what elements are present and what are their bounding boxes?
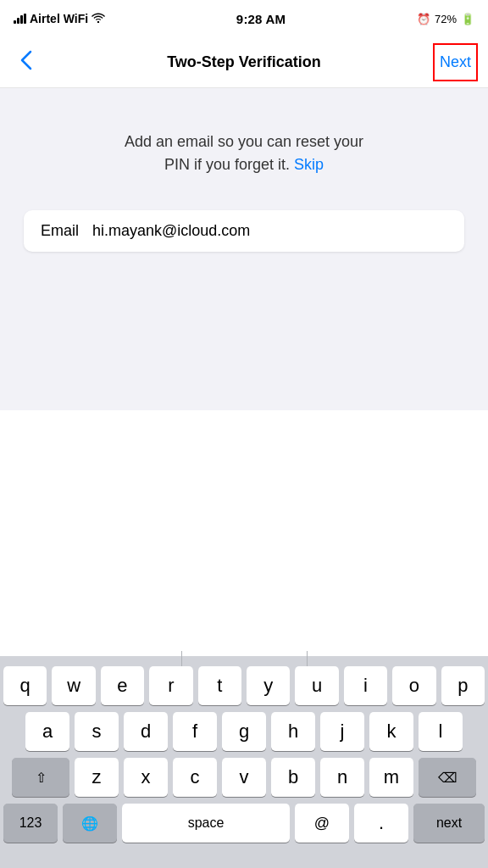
space-key[interactable]: space: [122, 804, 289, 843]
battery-percent: 72%: [435, 13, 457, 25]
keyboard-row-1: q w e r t y u i o p: [3, 666, 485, 705]
key-f[interactable]: f: [173, 712, 217, 751]
key-h[interactable]: h: [271, 712, 315, 751]
email-input-container[interactable]: Email: [24, 210, 464, 252]
keyboard-bottom-row: 123 🌐 space @ . next: [0, 804, 488, 843]
key-k[interactable]: k: [369, 712, 413, 751]
back-button[interactable]: [14, 43, 39, 82]
dot-key[interactable]: .: [354, 804, 408, 843]
email-label: Email: [41, 222, 79, 240]
key-n[interactable]: n: [320, 758, 364, 797]
key-i[interactable]: i: [344, 666, 387, 705]
shift-icon: ⇧: [36, 770, 47, 786]
time-display: 9:28 AM: [236, 12, 286, 26]
wifi-icon: [92, 12, 105, 25]
at-key[interactable]: @: [295, 804, 349, 843]
next-key[interactable]: next: [413, 804, 485, 843]
alarm-icon: ⏰: [417, 13, 430, 25]
key-l[interactable]: l: [419, 712, 463, 751]
svg-point-0: [97, 21, 99, 23]
key-r[interactable]: r: [149, 666, 192, 705]
key-w[interactable]: w: [52, 666, 95, 705]
content-area: Add an email so you can reset yourPIN if…: [0, 88, 488, 410]
delete-key[interactable]: ⌫: [419, 758, 476, 797]
status-bar: Airtel WiFi 9:28 AM ⏰ 72% 🔋: [0, 0, 488, 37]
notch-left: [181, 651, 182, 668]
key-y[interactable]: y: [247, 666, 290, 705]
key-t[interactable]: t: [198, 666, 241, 705]
key-rows: q w e r t y u i o p a s d f g h j k l ⇧: [0, 663, 488, 797]
key-c[interactable]: c: [173, 758, 217, 797]
key-a[interactable]: a: [25, 712, 69, 751]
key-v[interactable]: v: [222, 758, 266, 797]
key-z[interactable]: z: [75, 758, 119, 797]
key-s[interactable]: s: [75, 712, 119, 751]
key-d[interactable]: d: [124, 712, 168, 751]
key-j[interactable]: j: [320, 712, 364, 751]
shift-key[interactable]: ⇧: [12, 758, 69, 797]
email-field[interactable]: [92, 222, 447, 240]
signal-bars: [14, 14, 26, 24]
skip-link[interactable]: Skip: [294, 156, 324, 173]
keyboard-home-indicator: [0, 848, 488, 868]
key-x[interactable]: x: [124, 758, 168, 797]
carrier-label: Airtel WiFi: [30, 12, 88, 25]
keyboard-row-2: a s d f g h j k l: [3, 712, 485, 751]
signal-bar-4: [24, 14, 26, 24]
page-title: Two-Step Verification: [167, 53, 321, 71]
keyboard-top-bar: [0, 656, 488, 663]
keyboard-row-3: ⇧ z x c v b n m ⌫: [3, 758, 485, 797]
delete-icon: ⌫: [438, 770, 458, 786]
keyboard: q w e r t y u i o p a s d f g h j k l ⇧: [0, 656, 488, 868]
globe-key[interactable]: 🌐: [63, 804, 117, 843]
key-b[interactable]: b: [271, 758, 315, 797]
key-g[interactable]: g: [222, 712, 266, 751]
signal-bar-1: [14, 20, 16, 24]
notch-right: [307, 651, 308, 668]
key-p[interactable]: p: [441, 666, 485, 705]
description-text: Add an email so you can reset yourPIN if…: [125, 131, 363, 176]
nav-bar: Two-Step Verification Next: [0, 37, 488, 88]
globe-icon: 🌐: [81, 815, 98, 832]
key-m[interactable]: m: [369, 758, 413, 797]
key-u[interactable]: u: [295, 666, 338, 705]
numbers-key[interactable]: 123: [3, 804, 58, 843]
signal-bar-3: [20, 15, 23, 24]
status-left: Airtel WiFi: [14, 12, 105, 25]
key-o[interactable]: o: [392, 666, 435, 705]
battery-icon: 🔋: [461, 13, 474, 25]
next-button[interactable]: Next: [436, 47, 474, 78]
signal-bar-2: [17, 18, 19, 24]
key-q[interactable]: q: [3, 666, 47, 705]
status-right: ⏰ 72% 🔋: [417, 13, 474, 25]
key-e[interactable]: e: [101, 666, 144, 705]
